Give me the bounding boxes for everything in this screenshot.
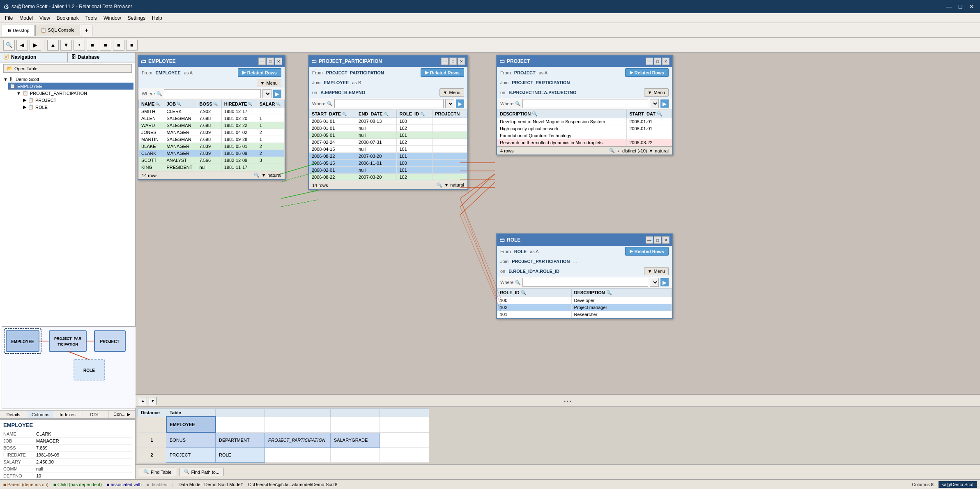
proj-row-4[interactable]: Research on thermofluid dynamics in Micr… — [497, 139, 672, 146]
pause-button[interactable]: ■ — [100, 40, 111, 51]
tab-ddl[interactable]: DDL — [81, 411, 108, 418]
role-related-rows-button[interactable]: ▶ Related Rows — [625, 247, 669, 256]
pp-row-1[interactable]: 2006-01-012007-08-13100 — [309, 118, 467, 125]
col-roleid-header[interactable]: ROLE_ID 🔍 — [497, 289, 572, 297]
tab-indexes[interactable]: Indexes — [54, 411, 81, 418]
project-minimize[interactable]: — — [646, 58, 653, 65]
role-menu-button[interactable]: ▼ Menu — [644, 267, 669, 275]
pp-row-5[interactable]: 2008-04-15null101 — [309, 146, 467, 153]
project-related-rows-button[interactable]: ▶ Related Rows — [625, 68, 669, 77]
emp-row-blake[interactable]: BLAKEMANAGER7.8391981-05-012 — [139, 143, 285, 150]
employee-minimize[interactable]: — — [258, 58, 266, 65]
role-maximize[interactable]: □ — [654, 236, 661, 244]
col-name-header[interactable]: NAME 🔍 — [139, 100, 164, 108]
col-job-header[interactable]: JOB 🔍 — [164, 100, 197, 108]
pp-menu-button[interactable]: ▼ Menu — [439, 88, 464, 97]
pp-close[interactable]: ✕ — [458, 58, 465, 65]
col-desc-header[interactable]: DESCRIPTION 🔍 — [497, 110, 627, 118]
col-start-header[interactable]: START_DATE 🔍 — [309, 110, 356, 118]
col-projectn-header[interactable]: PROJECTN — [432, 110, 467, 118]
project-menu-button[interactable]: ▼ Menu — [644, 88, 669, 97]
emp-row-king[interactable]: KINGPRESIDENTnull1981-11-17 — [139, 164, 285, 171]
record-button[interactable]: ■ — [126, 40, 138, 51]
menu-item-view[interactable]: View — [36, 14, 53, 22]
emp-row-allen[interactable]: ALLENSALESMAN7.6981981-02-201 — [139, 115, 285, 122]
role-where-input[interactable] — [522, 278, 648, 287]
col-hiredate-header[interactable]: HIREDATE 🔍 — [221, 100, 257, 108]
menu-item-bookmark[interactable]: Bookmark — [53, 14, 82, 22]
tree-item-project-participation[interactable]: ▼ 📋 PROJECT_PARTICIPATION — [15, 90, 133, 97]
back-button[interactable]: ◀ — [16, 40, 28, 51]
search-nav-button[interactable]: 🔍 — [3, 40, 15, 51]
down-button[interactable]: ▼ — [60, 40, 72, 51]
role-where-execute[interactable]: ▶ — [660, 278, 669, 286]
col-roledesc-header[interactable]: DESCRIPTION 🔍 — [571, 289, 672, 297]
project-where-input[interactable] — [522, 99, 648, 108]
menu-item-model[interactable]: Model — [16, 14, 36, 22]
tree-item-project[interactable]: ▶ 📋 PROJECT — [21, 97, 133, 104]
pp-row-2[interactable]: 2008-01-01null102 — [309, 125, 467, 132]
emp-row-martin[interactable]: MARTINSALESMAN7.6981981-09-281 — [139, 136, 285, 143]
role-where-dropdown[interactable] — [650, 278, 659, 287]
find-table-button[interactable]: 🔍 Find Table — [139, 468, 176, 476]
forward-button[interactable]: ▶ — [30, 40, 41, 51]
stop-button[interactable]: ■ — [87, 40, 98, 51]
tab-desktop[interactable]: 🖥 Desktop — [2, 25, 35, 36]
tree-item-employee[interactable]: 📋 EMPLOYEE — [8, 83, 133, 90]
employee-where-execute[interactable]: ▶ — [273, 90, 281, 98]
tab-sql-console[interactable]: 📋 SQL Console — [35, 25, 80, 36]
tree-item-demo-scott[interactable]: ▼ 🗄 Demo Scott — [2, 76, 133, 83]
up-button[interactable]: ▲ — [47, 40, 59, 51]
add-tab-button[interactable]: + — [81, 25, 92, 36]
menu-item-tools[interactable]: Tools — [82, 14, 100, 22]
pp-maximize[interactable]: □ — [449, 58, 457, 65]
employee-close[interactable]: ✕ — [275, 58, 282, 65]
emp-row-smith[interactable]: SMITHCLERK7.9021980-12-17 — [139, 108, 285, 115]
open-table-button[interactable]: 📂 Open Table — [3, 64, 132, 73]
pp-where-dropdown[interactable] — [445, 99, 454, 108]
menu-item-window[interactable]: Window — [100, 14, 124, 22]
pp-row-6[interactable]: 2006-08-222007-03-20101 — [309, 153, 467, 160]
employee-menu-button[interactable]: ▼ Menu — [257, 79, 281, 87]
col-role-header[interactable]: ROLE_ID 🔍 — [397, 110, 432, 118]
emp-row-ward[interactable]: WARDSALESMAN7.6981981-02-221 — [139, 122, 285, 129]
role-row-102[interactable]: 102Project manager — [497, 304, 672, 311]
role-minimize[interactable]: — — [646, 236, 653, 244]
pp-window-header[interactable]: 🗃 PROJECT_PARTICIPATION — □ ✕ — [309, 55, 467, 67]
project-maximize[interactable]: □ — [654, 58, 661, 65]
role-row-100[interactable]: 100Developer — [497, 297, 672, 304]
maximize-button[interactable]: □ — [955, 2, 965, 11]
role-close[interactable]: ✕ — [662, 236, 669, 244]
tab-con[interactable]: Con... ▶ — [108, 411, 135, 418]
proj-row-2[interactable]: High capacity optical network2008-01-01 — [497, 125, 672, 132]
sidebar-nav-tab[interactable]: 🧭 Navigation — [0, 53, 67, 62]
bottom-down-btn[interactable]: ▼ — [149, 397, 157, 405]
play-button[interactable]: ■ — [113, 40, 124, 51]
sidebar-db-tab[interactable]: 🗄 Database — [67, 53, 135, 62]
project-where-execute[interactable]: ▶ — [660, 99, 669, 108]
find-path-button[interactable]: 🔍 Find Path to... — [179, 468, 224, 476]
pp-row-8[interactable]: 2008-02-01null101 — [309, 167, 467, 174]
pp-minimize[interactable]: — — [441, 58, 449, 65]
emp-row-jones[interactable]: JONESMANAGER7.8391981-04-022 — [139, 129, 285, 136]
col-startdat-header[interactable]: START_DAT 🔍 — [627, 110, 672, 118]
dot-button[interactable]: • — [74, 40, 85, 51]
pp-where-input[interactable] — [334, 99, 444, 108]
menu-item-settings[interactable]: Settings — [124, 14, 149, 22]
employee-where-input[interactable] — [164, 89, 261, 98]
employee-maximize[interactable]: □ — [267, 58, 274, 65]
project-window-header[interactable]: 🗃 PROJECT — □ ✕ — [497, 55, 672, 67]
tab-columns[interactable]: Columns — [27, 411, 54, 418]
tab-details[interactable]: Details — [0, 411, 27, 418]
role-window-header[interactable]: 🗃 ROLE — □ ✕ — [497, 234, 672, 246]
pp-where-execute[interactable]: ▶ — [456, 99, 464, 108]
pp-row-9[interactable]: 2006-08-222007-03-20102 — [309, 174, 467, 181]
emp-dist-cell[interactable]: EMPLOYEE — [166, 417, 216, 432]
pp-row-3[interactable]: 2008-05-01null101 — [309, 132, 467, 139]
col-salary-header[interactable]: SALAR 🔍 — [257, 100, 284, 108]
close-button[interactable]: ✕ — [967, 2, 977, 11]
employee-related-rows-button[interactable]: ▶ Related Rows — [238, 68, 281, 77]
employee-window-header[interactable]: 🗃 EMPLOYEE — □ ✕ — [138, 55, 285, 67]
bottom-up-btn[interactable]: ▲ — [139, 397, 147, 405]
col-end-header[interactable]: END_DATE 🔍 — [356, 110, 397, 118]
